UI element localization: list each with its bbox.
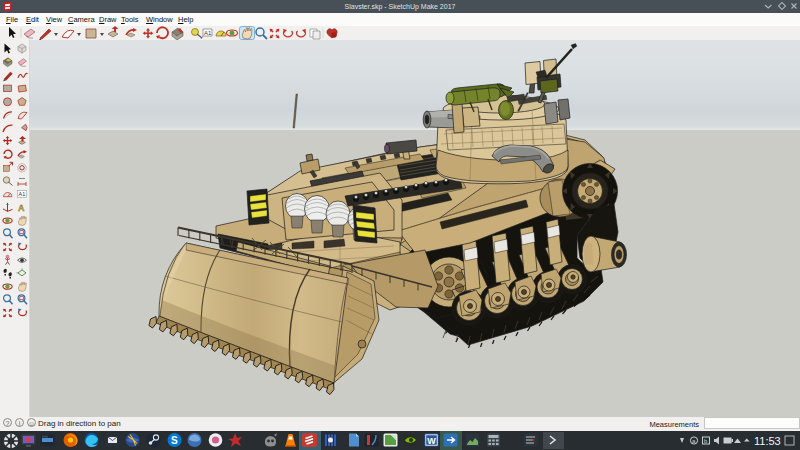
svg-text:A: A — [18, 203, 25, 213]
svg-text:a: a — [692, 438, 696, 444]
svg-text:A1: A1 — [204, 30, 212, 36]
svg-text:A1: A1 — [19, 191, 26, 197]
svg-text:S: S — [171, 435, 178, 446]
svg-text:b: b — [704, 438, 708, 444]
svg-text:W: W — [427, 436, 436, 446]
